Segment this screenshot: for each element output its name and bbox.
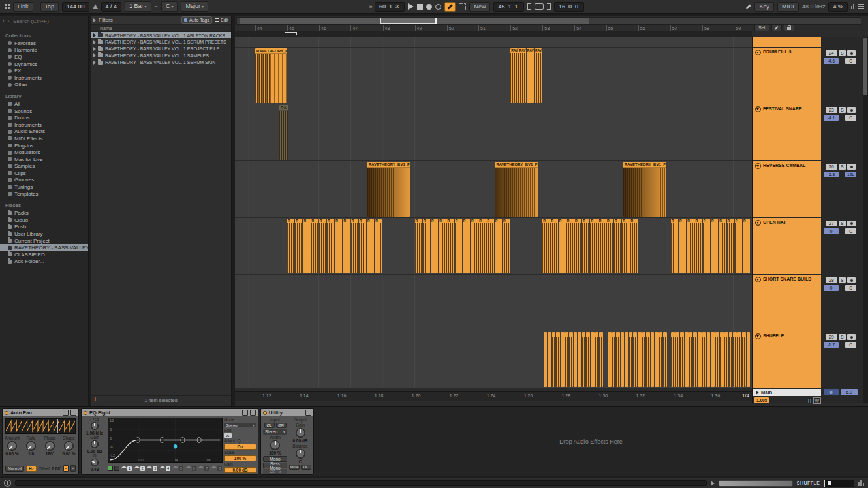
browser-row[interactable]: RAVETHEORY - BASS VALLEY VOL. 1 SERUM SK… xyxy=(91,59,231,66)
audio-clip[interactable]: RA xyxy=(279,105,288,160)
arm-button[interactable] xyxy=(847,221,856,226)
track-pan-field[interactable]: C xyxy=(845,58,856,64)
param-knob[interactable] xyxy=(45,441,55,451)
name-column-header[interactable]: Name xyxy=(91,25,231,32)
filter-band-toggle[interactable]: 8 xyxy=(211,466,223,471)
browser-row[interactable]: RAVETHEORY - BASS VALLEY VOL. 1 ABLETON … xyxy=(91,32,231,38)
fold-device-icon[interactable] xyxy=(70,410,76,416)
audio-clip[interactable]: RRRRRRRRRRRRR xyxy=(287,219,383,273)
collection-item[interactable]: Harmonic xyxy=(0,47,88,54)
sine-shape-button[interactable]: ~ xyxy=(63,465,69,472)
edit-b-chip[interactable] xyxy=(114,466,119,471)
collection-item[interactable]: Dynamics xyxy=(0,61,88,68)
tap-tempo-button[interactable]: Tap xyxy=(40,2,59,12)
output-gain-knob[interactable] xyxy=(296,428,305,438)
width-value[interactable]: 100 % xyxy=(263,451,287,455)
filter-band-toggle[interactable]: 7 xyxy=(198,466,210,471)
midi-map-button[interactable]: MIDI xyxy=(777,2,799,12)
overview-loop-region[interactable] xyxy=(380,18,437,24)
main-track-name[interactable]: Main xyxy=(753,389,821,396)
track-pan-field[interactable]: C xyxy=(845,342,856,348)
gain-value[interactable]: 0.00 dB xyxy=(87,449,102,453)
normal-mode-button[interactable]: Normal xyxy=(5,466,24,472)
scale-field[interactable]: 100 % xyxy=(224,455,256,461)
fold-device-icon[interactable] xyxy=(250,410,256,416)
library-item[interactable]: All xyxy=(0,100,88,108)
preview-play-icon[interactable] xyxy=(711,481,715,486)
phase-invert-left-button[interactable]: ØL xyxy=(264,423,275,428)
place-item[interactable]: Push xyxy=(0,224,88,231)
collection-item[interactable]: EQ xyxy=(0,53,88,61)
track-name-area[interactable]: REVERSE CYMBAL xyxy=(753,161,821,217)
solo-button[interactable]: S xyxy=(839,221,846,226)
library-item[interactable]: MIDI Effects xyxy=(0,135,88,142)
h-toggle[interactable]: H xyxy=(808,399,811,403)
track-name-area[interactable]: OPEN HAT xyxy=(753,218,821,274)
menu-icon[interactable] xyxy=(858,4,864,9)
track-lane-drum-fill-3[interactable]: RAVETHEORY_BV RAVRAVRAVRAVRAV xyxy=(235,48,752,104)
browser-row[interactable]: RAVETHEORY - BASS VALLEY VOL. 1 SAMPLES xyxy=(91,52,231,59)
device-auto-pan[interactable]: Auto Pan Amount 0.00 % xyxy=(2,408,79,475)
track-pan-field[interactable]: C xyxy=(845,228,856,234)
time-ruler[interactable]: 1/4 1:12 1:14 1:16 1:18 1:20 1:22 1:24 1… xyxy=(235,391,752,401)
place-item[interactable]: Add Folder... xyxy=(0,258,88,266)
audio-clip[interactable]: RRRRRRRRRRRRR xyxy=(542,219,638,273)
audio-clip[interactable]: RAVETHEORY_BV1_FX xyxy=(495,162,538,217)
track-volume-field[interactable]: 0 xyxy=(824,285,839,291)
solo-button[interactable]: S xyxy=(839,164,846,170)
scrollbar-thumb[interactable] xyxy=(863,38,867,95)
device-power-icon[interactable] xyxy=(84,411,87,415)
track-name-area[interactable]: DRUM FILL 3 xyxy=(753,48,821,104)
filter-band-toggle[interactable]: 5 xyxy=(172,466,184,471)
param-knob[interactable] xyxy=(7,441,17,451)
track-fold-icon[interactable] xyxy=(755,277,761,282)
arm-button[interactable] xyxy=(847,107,856,113)
auto-pan-title-bar[interactable]: Auto Pan xyxy=(3,409,78,416)
collection-item[interactable]: FX xyxy=(0,67,88,74)
track-activator[interactable]: 28 xyxy=(826,277,837,283)
filters-label[interactable]: Filters xyxy=(99,17,113,23)
track-header[interactable]: REVERSE CYMBAL 26 S -6.3 12L xyxy=(753,161,863,217)
freq-knob[interactable] xyxy=(91,422,99,430)
row-expander-icon[interactable] xyxy=(93,53,96,57)
device-power-icon[interactable] xyxy=(263,411,267,415)
track-header-partial[interactable] xyxy=(753,37,863,47)
library-item[interactable]: Audio Effects xyxy=(0,129,88,136)
track-header[interactable]: OPEN HAT 27 S 0 C xyxy=(753,218,863,274)
link-button[interactable]: Link xyxy=(13,2,33,12)
q-knob[interactable] xyxy=(91,459,99,466)
place-item[interactable]: CLASSIFIED xyxy=(0,251,88,258)
bass-mono-button[interactable]: Bass Mono xyxy=(263,463,287,468)
place-item[interactable]: Cloud xyxy=(0,217,88,224)
filter-band-toggle[interactable]: 6 xyxy=(185,466,197,471)
crossfader[interactable] xyxy=(719,480,793,487)
browser-row[interactable]: RAVETHEORY - BASS VALLEY VOL. 1 PROJECT … xyxy=(91,46,231,52)
track-header[interactable]: DRUM FILL 3 24 S -4.6 C xyxy=(753,48,863,104)
device-eq-eight[interactable]: EQ Eight Freq 1.98 kHz Gain 0.00 dB Q 0.… xyxy=(81,408,258,475)
audio-clip[interactable] xyxy=(608,332,668,387)
row-expander-icon[interactable] xyxy=(93,61,96,65)
filter-band-toggle[interactable]: 2 xyxy=(134,466,146,471)
library-item[interactable]: Drums xyxy=(0,114,88,121)
track-header[interactable]: FESTIVAL SNARE 23 S -4.1 C xyxy=(753,104,863,160)
track-pan-field[interactable]: C xyxy=(845,115,856,121)
track-lane-open-hat[interactable]: RRRRRRRRRRRRR RRRRRRRRRRRRR RRRRRRRRRRRR… xyxy=(235,218,752,274)
metronome-icon[interactable] xyxy=(93,4,98,9)
library-item[interactable]: Tunings xyxy=(0,183,88,191)
track-fold-icon[interactable] xyxy=(755,50,761,55)
punch-position-field[interactable]: 45. 1. 1. xyxy=(493,2,524,12)
row-expander-icon[interactable] xyxy=(93,47,96,51)
output-gain-field[interactable]: 0.00 dB xyxy=(224,467,256,473)
track-lane-shuffle[interactable] xyxy=(235,331,752,388)
track-fold-icon[interactable] xyxy=(755,220,761,226)
horizontal-scrollbar[interactable] xyxy=(15,480,707,486)
mode-dropdown[interactable]: Stereo▾ xyxy=(224,423,256,427)
device-utility[interactable]: Utility Input ØL ØR Stereo▾ Width 100 % … xyxy=(260,408,314,475)
track-fold-icon[interactable] xyxy=(755,333,761,339)
audio-clip[interactable]: RRRRRRRRRRRRR xyxy=(415,219,511,273)
collection-item[interactable]: Instruments xyxy=(0,74,88,82)
place-item[interactable]: Current Project xyxy=(0,237,88,245)
record-button[interactable] xyxy=(426,4,432,10)
main-track-header[interactable]: Main 0 6.0 xyxy=(753,389,863,396)
library-item[interactable]: Modulators xyxy=(0,149,88,156)
